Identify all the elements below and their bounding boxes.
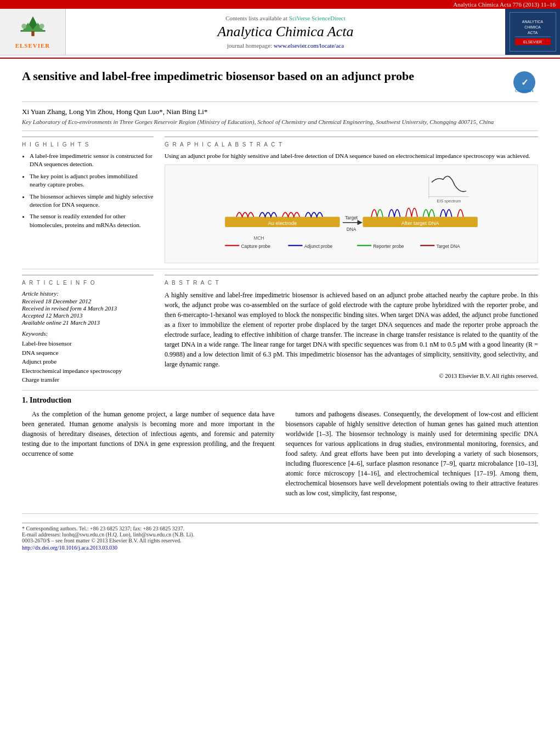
graphical-abstract-text: Using an adjunct probe for highly sensit… bbox=[165, 152, 538, 160]
elsevier-logo: ELSEVIER bbox=[0, 9, 66, 55]
intro-title: 1. Introduction bbox=[22, 396, 538, 405]
introduction-section: 1. Introduction As the completion of the… bbox=[22, 396, 538, 502]
keyword-2: DNA sequence bbox=[22, 348, 154, 358]
intro-col-right: tumors and pathogens diseases. Consequen… bbox=[286, 409, 539, 502]
intro-label: Introduction bbox=[30, 396, 71, 404]
crossmark: ✓ CrossMark bbox=[511, 69, 538, 96]
received-date: Received 18 December 2012 bbox=[22, 298, 154, 304]
homepage-line: journal homepage: www.elsevier.com/locat… bbox=[227, 42, 344, 49]
available-date: Available online 21 March 2013 bbox=[22, 319, 154, 326]
graphical-abstract-image: Au electrode After target DNA bbox=[165, 165, 538, 263]
highlights-heading: H I G H L I G H T S bbox=[22, 142, 154, 148]
graphical-abstract-divider bbox=[165, 137, 538, 137]
svg-point-5 bbox=[39, 24, 44, 29]
elsevier-tree-icon bbox=[16, 15, 49, 40]
page-footer: * Corresponding authors. Tel.: +86 23 68… bbox=[22, 513, 538, 551]
intro-para-1: As the completion of the human genome pr… bbox=[22, 409, 275, 459]
article-title-section: A sensitive and label-free impedimetric … bbox=[22, 69, 538, 102]
graphical-abstract-svg: Au electrode After target DNA bbox=[165, 165, 538, 263]
journal-header: Analytica Chimica Acta 776 (2013) 11–16 … bbox=[0, 0, 560, 59]
analytica-logo-icon: ANALYTICA CHIMICA ACTA ELSEVIER bbox=[512, 15, 553, 48]
elsevier-label: ELSEVIER bbox=[15, 42, 50, 49]
keywords-section: Keywords: Label-free biosensor DNA seque… bbox=[22, 330, 154, 384]
footer-issn: 0003-2670/$ – see front matter © 2013 El… bbox=[22, 538, 538, 544]
svg-text:CrossMark: CrossMark bbox=[515, 89, 534, 93]
intro-para-2: tumors and pathogens diseases. Consequen… bbox=[286, 409, 539, 498]
highlight-item-2: The key point is adjunct probes immobili… bbox=[30, 172, 154, 189]
highlights-list: A label-free impedimetric sensor is cons… bbox=[22, 152, 154, 229]
footer-doi[interactable]: http://dx.doi.org/10.1016/j.aca.2013.03.… bbox=[22, 545, 117, 551]
abstract-heading: A B S T R A C T bbox=[165, 280, 538, 286]
svg-text:Reporter probe: Reporter probe bbox=[373, 244, 404, 249]
authors: Xi Yuan Zhang, Long Yin Zhou, Hong Qun L… bbox=[22, 108, 538, 116]
header-top: ELSEVIER Contents lists available at Sci… bbox=[0, 9, 560, 55]
footnote-text: * Corresponding authors. Tel.: +86 23 68… bbox=[22, 525, 538, 531]
article-history-title: Article history: bbox=[22, 290, 154, 297]
intro-two-col: As the completion of the human genome pr… bbox=[22, 409, 538, 502]
analytica-logo: ANALYTICA CHIMICA ACTA ELSEVIER bbox=[505, 9, 560, 55]
svg-point-4 bbox=[21, 24, 26, 29]
article-history: Article history: Received 18 December 20… bbox=[22, 290, 154, 326]
keyword-1: Label-free biosensor bbox=[22, 339, 154, 348]
svg-text:After target DNA: After target DNA bbox=[401, 220, 440, 226]
homepage-text: journal homepage: bbox=[227, 42, 272, 49]
accepted-date: Accepted 12 March 2013 bbox=[22, 312, 154, 319]
crossmark-icon: ✓ CrossMark bbox=[512, 70, 536, 94]
abstract-divider bbox=[165, 275, 538, 275]
page: Analytica Chimica Acta 776 (2013) 11–16 … bbox=[0, 0, 560, 561]
revised-date: Received in revised form 4 March 2013 bbox=[22, 305, 154, 312]
header-middle: Contents lists available at SciVerse Sci… bbox=[66, 9, 505, 55]
svg-rect-6 bbox=[31, 31, 34, 36]
svg-text:Capture probe: Capture probe bbox=[241, 244, 270, 249]
footnote-email: E-mail addresses: luohq@swu.edu.cn (H.Q.… bbox=[22, 531, 538, 538]
svg-text:EIS spectrum: EIS spectrum bbox=[437, 199, 461, 203]
abstract-section: A B S T R A C T A highly sensitive and l… bbox=[165, 275, 538, 384]
article-title: A sensitive and label-free impedimetric … bbox=[22, 69, 511, 84]
copyright-line: © 2013 Elsevier B.V. All rights reserved… bbox=[165, 372, 538, 379]
article-info: A R T I C L E I N F O Article history: R… bbox=[22, 275, 154, 384]
keyword-4: Electrochemical impedance spectroscopy bbox=[22, 366, 154, 376]
highlights-divider bbox=[22, 137, 154, 137]
svg-text:Au electrode: Au electrode bbox=[268, 220, 297, 226]
svg-text:CHIMICA: CHIMICA bbox=[524, 25, 541, 29]
article-info-heading: A R T I C L E I N F O bbox=[22, 280, 154, 286]
graphical-abstract-heading: G R A P H I C A L A B S T R A C T bbox=[165, 142, 538, 148]
abstract-text: A highly sensitive and label-free impedi… bbox=[165, 290, 538, 369]
article-info-divider bbox=[22, 275, 154, 275]
homepage-link[interactable]: www.elsevier.com/locate/aca bbox=[274, 42, 344, 49]
footnote: * Corresponding authors. Tel.: +86 23 68… bbox=[22, 523, 538, 538]
svg-text:Target DNA: Target DNA bbox=[436, 244, 460, 249]
svg-text:Target: Target bbox=[345, 216, 358, 221]
article-info-section: A R T I C L E I N F O Article history: R… bbox=[22, 275, 538, 391]
affiliation: Key Laboratory of Eco-environments in Th… bbox=[22, 118, 538, 131]
svg-text:DNA: DNA bbox=[347, 227, 357, 233]
journal-title: Analytica Chimica Acta bbox=[218, 24, 354, 40]
journal-ref-bar: Analytica Chimica Acta 776 (2013) 11–16 bbox=[0, 0, 560, 9]
keywords-list: Label-free biosensor DNA sequence Adjunc… bbox=[22, 339, 154, 384]
sciverse-link[interactable]: SciVerse ScienceDirect bbox=[289, 15, 346, 21]
analytica-logo-inner: ANALYTICA CHIMICA ACTA ELSEVIER bbox=[510, 12, 556, 52]
highlight-item-3: The biosensor achieves simple and highly… bbox=[30, 193, 154, 210]
sciverse-text: Contents lists available at bbox=[225, 15, 287, 21]
svg-text:✓: ✓ bbox=[521, 78, 528, 87]
svg-text:MCH: MCH bbox=[254, 236, 264, 241]
highlight-item-1: A label-free impedimetric sensor is cons… bbox=[30, 152, 154, 169]
keyword-3: Adjunct probe bbox=[22, 357, 154, 366]
sciverse-line: Contents lists available at SciVerse Sci… bbox=[225, 15, 345, 21]
intro-number: 1. bbox=[22, 396, 28, 404]
svg-text:ANALYTICA: ANALYTICA bbox=[522, 20, 543, 24]
journal-ref: Analytica Chimica Acta 776 (2013) 11–16 bbox=[453, 1, 556, 8]
main-content: A sensitive and label-free impedimetric … bbox=[0, 59, 560, 561]
keywords-title: Keywords: bbox=[22, 330, 154, 337]
svg-text:Adjunct probe: Adjunct probe bbox=[304, 244, 333, 249]
keyword-5: Charge transfer bbox=[22, 375, 154, 384]
svg-text:ACTA: ACTA bbox=[527, 31, 537, 35]
highlights-graphical-section: H I G H L I G H T S A label-free impedim… bbox=[22, 137, 538, 269]
intro-col-left: As the completion of the human genome pr… bbox=[22, 409, 275, 502]
highlights: H I G H L I G H T S A label-free impedim… bbox=[22, 137, 154, 263]
authors-text: Xi Yuan Zhang, Long Yin Zhou, Hong Qun L… bbox=[22, 108, 207, 116]
graphical-abstract: G R A P H I C A L A B S T R A C T Using … bbox=[165, 137, 538, 263]
svg-text:ELSEVIER: ELSEVIER bbox=[523, 40, 541, 44]
highlight-item-4: The sensor is readily extended for other… bbox=[30, 212, 154, 229]
